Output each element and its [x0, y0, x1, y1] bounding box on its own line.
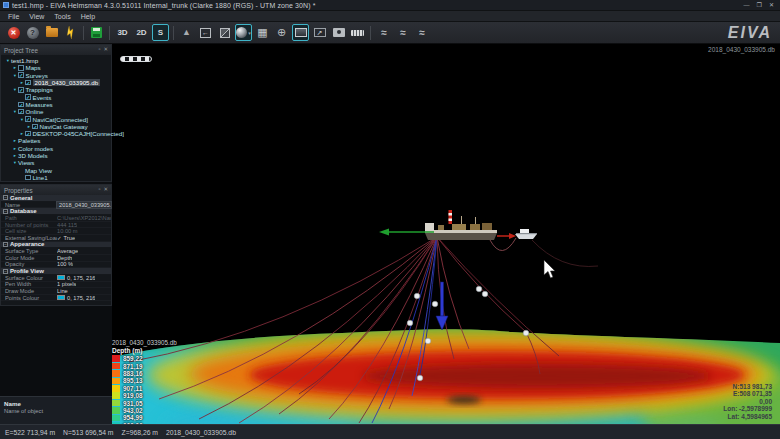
chart-button[interactable]: ↗ — [311, 24, 328, 41]
property-value[interactable]: 0, 175, 216 — [57, 295, 95, 301]
select-pointer-button[interactable]: ▲ — [178, 24, 195, 41]
tree-checkbox[interactable]: ✓ — [25, 131, 31, 137]
coords-overlay-line: E:508 071,35 — [723, 390, 772, 398]
maximize-button[interactable]: ❐ — [757, 2, 762, 8]
tree-item-surveys[interactable]: ▾✓Surveys — [3, 72, 111, 79]
tree-item-label: NaviCat[Connected] — [33, 116, 88, 123]
tree-item-test1-hmp[interactable]: ▾test1.hmp — [3, 57, 111, 64]
property-value[interactable]: Average — [57, 248, 78, 254]
minimize-button[interactable]: — — [744, 2, 750, 8]
fit-view-button[interactable]: ← — [197, 24, 214, 41]
dropdown-caret-icon[interactable]: ▾ — [248, 30, 251, 36]
eiva-logo: EIVA — [728, 24, 776, 42]
menu-view[interactable]: View — [29, 13, 44, 20]
tree-checkbox[interactable]: ✓ — [25, 94, 31, 100]
tree-item-views[interactable]: ▾Views — [3, 159, 111, 166]
tree-item-label: 2018_0430_033905.db — [33, 79, 101, 86]
view-s-button-label: S — [158, 28, 163, 37]
cube-view-button[interactable] — [216, 24, 233, 41]
toolbar-separator — [109, 26, 110, 40]
tree-item-map-view[interactable]: Map View — [3, 166, 111, 173]
tree-item-online[interactable]: ▾✓Online — [3, 108, 111, 115]
connect-button[interactable]: ⚡ — [62, 24, 79, 41]
open-project-button[interactable] — [43, 24, 60, 41]
stop-icon: ✕ — [8, 27, 20, 39]
shading-button[interactable]: ▾ — [235, 24, 252, 41]
menu-tools[interactable]: Tools — [54, 13, 70, 20]
property-row-points-colour[interactable]: Points Colour0, 175, 216 — [1, 295, 111, 302]
tree-checkbox[interactable]: ✓ — [25, 80, 31, 86]
tree-item-label: test1.hmp — [11, 57, 38, 64]
tree-item-events[interactable]: ✓Events — [3, 93, 111, 100]
status-segment: N=513 696,54 m — [63, 429, 113, 436]
property-value[interactable]: C:\Users\XP2012\NaviCat — [57, 215, 111, 221]
project-tree-body: ▾test1.hmp▸Maps▾✓Surveys▸✓2018_0430_0339… — [1, 55, 111, 181]
collapse-group-icon[interactable]: − — [3, 269, 8, 274]
globe-button[interactable]: ⊕ — [273, 24, 290, 41]
pin-panel-icon[interactable]: ▫ — [98, 47, 100, 53]
collapse-group-icon[interactable]: − — [3, 242, 8, 247]
property-value[interactable]: 10.00 m — [57, 228, 78, 234]
tree-checkbox[interactable]: ✓ — [18, 87, 24, 93]
tree-checkbox[interactable]: ✓ — [32, 124, 38, 130]
tree-item-line1[interactable]: Line1 — [3, 174, 111, 181]
property-value[interactable]: 0, 175, 216 — [57, 275, 95, 281]
tree-item-measures[interactable]: ✓Measures — [3, 101, 111, 108]
tree-checkbox[interactable]: ✓ — [25, 116, 31, 122]
properties-title: Properties — [4, 187, 33, 194]
close-button[interactable]: ✕ — [769, 2, 774, 8]
profile-view-2-button[interactable]: ≈ — [394, 24, 411, 41]
property-label: Surface Colour — [5, 275, 57, 281]
property-value[interactable]: Line — [57, 288, 68, 294]
tree-checkbox[interactable]: ✓ — [18, 72, 24, 78]
property-value[interactable]: 2018_0430_033905.db — [57, 202, 111, 208]
camera-button[interactable] — [330, 24, 347, 41]
legend-color-swatch — [112, 400, 120, 407]
property-label: Name — [5, 202, 57, 208]
measure-button[interactable] — [349, 24, 366, 41]
tree-item-navicat-connected-[interactable]: ▾✓NaviCat[Connected] — [3, 115, 111, 122]
save-button[interactable] — [88, 24, 105, 41]
close-panel-icon[interactable]: ✕ — [103, 187, 108, 193]
menu-file[interactable]: File — [8, 13, 19, 20]
property-value[interactable]: Depth — [57, 255, 72, 261]
tree-item-palettes[interactable]: ▸Palettes — [3, 137, 111, 144]
view-2d-button[interactable]: 2D — [133, 24, 150, 41]
mouse-cursor — [544, 260, 555, 278]
tree-item-trappings[interactable]: ▾✓Trappings — [3, 86, 111, 93]
3d-viewport[interactable]: 2018_0430_033905.db N:513 981,73E:508 07… — [112, 44, 780, 424]
tree-checkbox[interactable]: ✓ — [18, 102, 24, 108]
tree-checkbox[interactable] — [18, 65, 24, 71]
legend-depth-value: 907,11 — [123, 385, 142, 392]
color-swatch — [57, 295, 65, 300]
profile-view-1-button[interactable]: ≈ — [375, 24, 392, 41]
view-s-button[interactable]: S — [152, 24, 169, 41]
seabed-shadow-object — [447, 396, 481, 404]
menu-help[interactable]: Help — [81, 13, 95, 20]
profile-view-3-button[interactable]: ≈ — [413, 24, 430, 41]
property-value[interactable]: 1 pixels — [57, 281, 76, 287]
tree-item-color-modes[interactable]: ▸Color modes — [3, 145, 111, 152]
collapse-group-icon[interactable]: − — [3, 209, 8, 214]
tree-item-2018-0430-033905-db[interactable]: ▸✓2018_0430_033905.db — [3, 79, 111, 86]
property-value[interactable]: ✓True — [57, 235, 75, 241]
tree-checkbox[interactable]: ✓ — [18, 109, 24, 115]
tree-item-navicat-gateway[interactable]: ▸✓NaviCat Gateway — [3, 123, 111, 130]
app-icon — [3, 2, 9, 8]
stop-button[interactable]: ✕ — [5, 24, 22, 41]
collapse-group-icon[interactable]: − — [3, 195, 8, 200]
property-value[interactable]: 444 115 — [57, 222, 77, 228]
tree-item-maps[interactable]: ▸Maps — [3, 64, 111, 71]
view-3d-button[interactable]: 3D — [114, 24, 131, 41]
property-value[interactable]: 100 % — [57, 261, 73, 267]
tree-checkbox[interactable] — [25, 175, 31, 181]
close-panel-icon[interactable]: ✕ — [103, 47, 108, 53]
pin-panel-icon[interactable]: ▫ — [98, 187, 100, 193]
tree-item-3d-models[interactable]: ▸3D Models — [3, 152, 111, 159]
display-button[interactable] — [292, 24, 309, 41]
tree-item-desktop-045cajh-connected-[interactable]: ▸✓DESKTOP-045CAJH[Connected] — [3, 130, 111, 137]
help-button[interactable]: ? — [24, 24, 41, 41]
grid-button[interactable]: ▦ — [254, 24, 271, 41]
legend-depth-value: 859,22 — [123, 355, 143, 362]
chart-icon: ↗ — [314, 28, 326, 37]
